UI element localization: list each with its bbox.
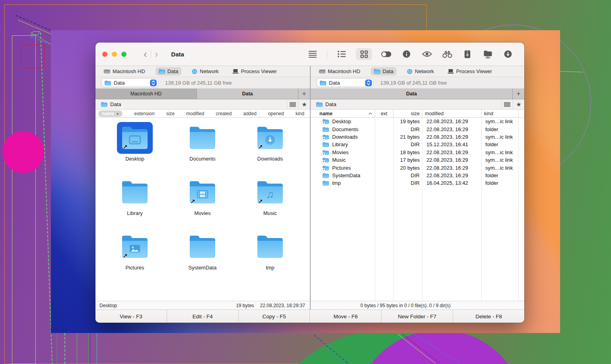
right-file-list: ↗Desktop 19 bytes22.08.2023, 16:29sym…ic… [311, 118, 524, 301]
favorite-label: Process Viewer [456, 68, 492, 74]
sort-ascending-icon [368, 112, 372, 115]
bottom-green-line-3 [88, 333, 89, 364]
folder-desktop-icon: ↗ [122, 129, 148, 149]
tab-macintosh-hd[interactable]: Macintosh HD [95, 89, 197, 99]
favorite-process-viewer[interactable]: Process Viewer [444, 67, 495, 76]
column-header-added[interactable]: added [243, 111, 256, 116]
file-row-documents[interactable]: Documents DIR22.08.2023, 16:29folder [311, 125, 524, 133]
free-space-label: 139,19 GB of 245,11 GB free [165, 80, 232, 86]
file-row-movies[interactable]: ↗Movies 18 bytes22.08.2023, 16:29sym…ic … [311, 149, 524, 156]
right-tab-bar: Data + [311, 89, 524, 99]
file-row-music[interactable]: ↗Music 17 bytes22.08.2023, 16:29sym…ic l… [311, 156, 524, 164]
folder-icon [105, 80, 111, 85]
grid-item-downloads[interactable]: ↗ Downloads [236, 122, 304, 176]
view-button[interactable]: View - F3 [95, 310, 167, 323]
back-button[interactable]: ‹ [140, 50, 151, 58]
column-header-size[interactable]: size [393, 110, 422, 117]
favorite-network[interactable]: Network [404, 67, 437, 76]
bottom-dashed-green-line [64, 333, 65, 364]
favorite-process-viewer[interactable]: Process Viewer [229, 67, 280, 76]
grid-item-music[interactable]: ♫ ↗ Music [236, 176, 304, 231]
volume-select[interactable]: Data [317, 78, 374, 87]
folder-icon [323, 142, 329, 147]
favorite-star-icon[interactable]: ★ [513, 99, 524, 109]
grid-item-movies[interactable]: ↗ Movies [169, 176, 236, 231]
yellow-rect-outline [12, 35, 36, 364]
file-row-downloads[interactable]: ↗Downloads 21 bytes22.08.2023, 16:29sym…… [311, 133, 524, 141]
column-header-modified[interactable]: modified [186, 111, 204, 116]
column-header-size[interactable]: size [166, 111, 175, 116]
status-modified: 22.08.2023, 16:29:37 [260, 303, 305, 308]
vm-desktop-wallpaper: ‹ › Data [51, 30, 560, 333]
close-button[interactable] [102, 52, 107, 57]
favorite-label: Process Viewer [241, 68, 277, 74]
right-column-headers: name ext size modified kind [311, 110, 524, 118]
stepper-icon[interactable] [150, 79, 157, 86]
new-folder-button[interactable]: New Folder - F7 [381, 310, 453, 323]
magenta-circle [2, 131, 44, 173]
preview-eye-icon[interactable] [421, 48, 433, 60]
grid-item-documents[interactable]: Documents [169, 122, 236, 176]
grid-item-desktop[interactable]: ↗ Desktop [101, 122, 169, 176]
archive-zip-icon[interactable] [461, 48, 473, 60]
icon-grid-view-icon[interactable] [356, 48, 372, 60]
left-volume-bar: Data 139,19 GB of 245,11 GB free [95, 77, 310, 89]
folder-icon [190, 129, 215, 149]
toolbar [307, 48, 514, 60]
toggle-switch-icon[interactable] [380, 48, 392, 60]
file-row-tmp[interactable]: tmp DIR16.04.2025, 13:42folder [311, 179, 524, 187]
search-binoculars-icon[interactable] [441, 48, 453, 60]
forward-button[interactable]: › [151, 50, 162, 58]
column-header-created[interactable]: created [216, 111, 232, 116]
zoom-button[interactable] [121, 52, 126, 57]
pane-menu-icon[interactable] [287, 99, 298, 109]
column-header-opened[interactable]: opened [268, 111, 284, 116]
grid-item-systemdata[interactable]: SystemData [169, 231, 236, 285]
file-row-library[interactable]: Library DIR15.12.2023, 16:41folder [311, 141, 524, 148]
folder-icon [101, 102, 107, 107]
add-tab-button[interactable]: + [298, 89, 310, 99]
compact-list-view-icon[interactable] [307, 48, 319, 60]
grid-item-library[interactable]: Library [101, 176, 169, 231]
info-icon[interactable] [401, 48, 413, 60]
edit-button[interactable]: Edit - F4 [167, 310, 238, 323]
abstract-background: ‹ › Data [0, 0, 611, 364]
bottom-green-line-2 [77, 333, 77, 364]
column-header-name[interactable]: name [311, 110, 375, 117]
add-tab-button[interactable]: + [512, 89, 524, 99]
copy-button[interactable]: Copy - F5 [238, 310, 310, 323]
grid-item-tmp[interactable]: tmp [236, 231, 304, 285]
minimize-button[interactable] [112, 52, 117, 57]
grid-item-pictures[interactable]: ↗ Pictures [101, 231, 169, 285]
favorite-network[interactable]: Network [189, 67, 222, 76]
favorite-data[interactable]: Data [156, 67, 181, 76]
internal-drive-icon [319, 69, 325, 74]
column-header-ext[interactable]: ext [375, 110, 393, 117]
download-icon[interactable] [502, 48, 514, 60]
folder-icon [323, 173, 329, 178]
right-status-bar: 0 bytes / 95 bytes in 0 / 0 file(s). 0 /… [311, 301, 524, 310]
favorite-macintosh-hd[interactable]: Macintosh HD [316, 67, 364, 76]
pane-menu-icon[interactable] [501, 99, 513, 109]
delete-button[interactable]: Delete - F8 [453, 310, 524, 323]
column-header-name[interactable]: name▲ [98, 110, 123, 117]
favorite-data[interactable]: Data [371, 67, 397, 76]
favorite-star-icon[interactable]: ★ [298, 99, 310, 109]
network-share-icon[interactable] [482, 48, 494, 60]
file-row-desktop[interactable]: ↗Desktop 19 bytes22.08.2023, 16:29sym…ic… [311, 118, 524, 125]
tab-data[interactable]: Data [197, 89, 298, 99]
volume-select[interactable]: Data [101, 78, 158, 87]
column-header-kind[interactable]: kind [482, 110, 519, 117]
move-button[interactable]: Move - F6 [309, 310, 381, 323]
detail-list-view-icon[interactable] [336, 48, 348, 60]
column-header-extension[interactable]: extension [134, 111, 154, 116]
column-header-modified[interactable]: modified [422, 110, 482, 117]
favorite-macintosh-hd[interactable]: Macintosh HD [101, 67, 148, 76]
tab-data[interactable]: Data [311, 89, 512, 99]
file-row-pictures[interactable]: ↗Pictures 20 bytes22.08.2023, 16:29sym…i… [311, 164, 524, 171]
symlink-arrow-icon: ↗ [258, 144, 263, 150]
titlebar[interactable]: ‹ › Data [95, 43, 524, 66]
stepper-icon[interactable] [365, 79, 372, 86]
column-header-kind[interactable]: kind [296, 111, 304, 116]
file-row-systemdata[interactable]: SystemData DIR22.08.2023, 16:29folder [311, 172, 524, 179]
